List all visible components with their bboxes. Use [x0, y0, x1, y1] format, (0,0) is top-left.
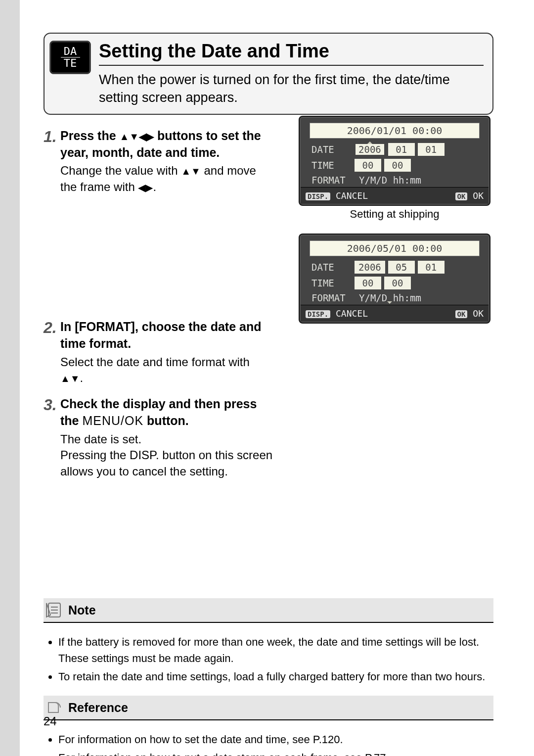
reference-section: Reference For information on how to set … — [44, 696, 493, 756]
camera-screen-2: 2006/05/01 00:00 DATE 2006 05 01 TIME 00… — [300, 235, 490, 323]
year-cell: 2006 — [355, 143, 385, 156]
screen-datetime-header: 2006/01/01 00:00 — [310, 123, 480, 139]
screen-row-time: TIME 00 00 — [301, 275, 489, 291]
section-header: Note — [44, 598, 493, 623]
year-cell: 2006 — [355, 261, 385, 274]
list-item: If the battery is removed for more than … — [58, 634, 493, 666]
step-number: 3. — [44, 396, 60, 479]
screen-row-time: TIME 00 00 — [301, 157, 489, 173]
month-cell: 05 — [388, 261, 415, 274]
step-number: 2. — [44, 319, 60, 386]
section-header: Reference — [44, 696, 493, 720]
list-item: For information on how to put a date sta… — [58, 750, 493, 756]
reference-icon — [45, 699, 63, 716]
screen-row-date: DATE 2006 05 01 — [301, 259, 489, 275]
screen-row-format: FORMAT Y/M/D hh:mm — [301, 291, 489, 305]
day-cell: 01 — [418, 143, 445, 156]
screens-column: 2006/01/01 00:00 DATE 2006 01 01 TIME 00… — [296, 117, 493, 326]
step-body-text: Change the value with ▲▼ and move the fr… — [60, 163, 273, 195]
screen-datetime-header: 2006/05/01 00:00 — [310, 240, 480, 256]
arrows-lr-icon: ◀▶ — [138, 182, 153, 193]
page-title: Setting the Date and Time — [99, 41, 484, 66]
date-icon: DATE — [49, 41, 91, 74]
screen-footer: DISP. CANCEL OK OK — [301, 305, 489, 322]
screen-caption: Setting at shipping — [296, 208, 493, 221]
note-icon — [45, 601, 63, 619]
section-title: Note — [68, 603, 96, 617]
note-bullets: If the battery is removed for more than … — [44, 634, 493, 685]
list-item: For information on how to set the date a… — [58, 731, 493, 748]
screen-row-date: DATE 2006 01 01 — [301, 142, 489, 157]
note-section: Note If the battery is removed for more … — [44, 598, 493, 685]
disp-badge: DISP. — [306, 310, 330, 318]
disp-badge: DISP. — [306, 192, 330, 200]
camera-screen-1: 2006/01/01 00:00 DATE 2006 01 01 TIME 00… — [300, 117, 490, 205]
minute-cell: 00 — [384, 159, 411, 172]
menu-ok-label: MENU/OK — [82, 414, 143, 427]
minute-cell: 00 — [384, 277, 411, 289]
screen-row-format: FORMAT Y/M/D hh:mm — [301, 173, 489, 187]
step-body-text: The date is set. Pressing the DISP. butt… — [60, 431, 273, 479]
screen-footer: DISP. CANCEL OK OK — [301, 187, 489, 204]
ok-badge: OK — [455, 310, 468, 318]
month-cell: 01 — [388, 143, 415, 156]
step-3: 3. Check the display and then press the … — [44, 396, 493, 479]
intro-text: When the power is turned on for the firs… — [99, 71, 484, 107]
reference-bullets: For information on how to set the date a… — [44, 731, 493, 756]
hour-cell: 00 — [355, 159, 381, 172]
arrows-ud-icon: ▲▼ — [60, 373, 80, 384]
header-box: DATE Setting the Date and Time When the … — [44, 33, 493, 115]
page-left-margin — [0, 0, 20, 756]
step-heading: Check the display and then press the MEN… — [60, 396, 273, 429]
step-number: 1. — [44, 128, 60, 195]
arrows-udlr-icon: ▲▼◀▶ — [120, 131, 154, 142]
step-heading: In [FORMAT], choose the date and time fo… — [60, 319, 273, 352]
section-title: Reference — [68, 701, 128, 715]
ok-badge: OK — [455, 192, 468, 200]
arrows-ud-icon: ▲▼ — [181, 166, 201, 177]
page-content: DATE Setting the Date and Time When the … — [44, 33, 493, 756]
list-item: To retain the date and time settings, lo… — [58, 668, 493, 685]
hour-cell: 00 — [355, 277, 381, 289]
step-2: 2. In [FORMAT], choose the date and time… — [44, 319, 493, 386]
day-cell: 01 — [418, 261, 445, 274]
page-number: 24 — [44, 714, 57, 728]
step-heading: Press the ▲▼◀▶ buttons to set the year, … — [60, 128, 273, 161]
step-body-text: Select the date and time format with ▲▼. — [60, 354, 273, 386]
